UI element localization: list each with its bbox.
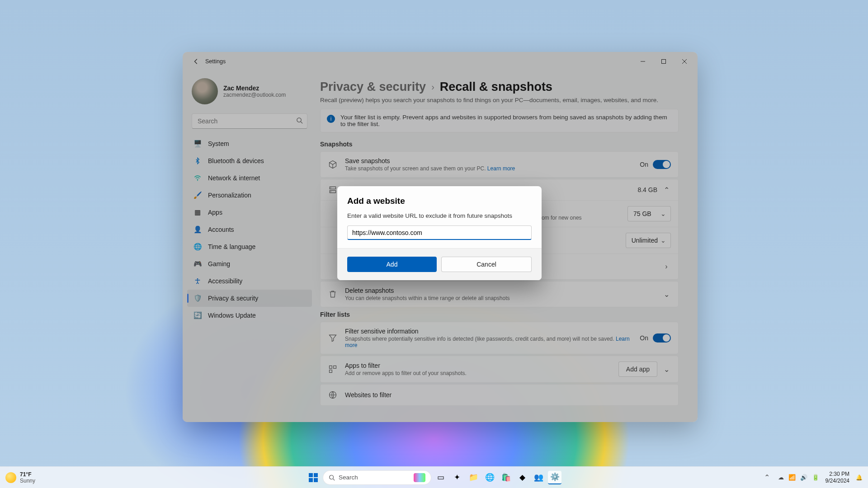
dialog-description: Enter a valid website URL to exclude it …: [347, 212, 532, 219]
weather-widget[interactable]: 71°F Sunny: [5, 471, 35, 484]
add-button[interactable]: Add: [347, 257, 437, 272]
dialog-title: Add a website: [347, 196, 532, 206]
search-icon: [329, 474, 335, 481]
notifications-icon[interactable]: 🔔: [856, 474, 863, 481]
onedrive-icon[interactable]: ☁: [778, 474, 784, 481]
date: 9/24/2024: [826, 478, 849, 484]
settings-taskbar-icon[interactable]: ⚙️: [548, 471, 561, 484]
sun-icon: [5, 472, 16, 483]
taskbar-search[interactable]: Search: [323, 470, 431, 485]
cancel-button[interactable]: Cancel: [441, 257, 532, 272]
task-view-icon[interactable]: ▭: [434, 471, 448, 484]
weather-cond: Sunny: [20, 478, 35, 484]
taskbar-search-placeholder: Search: [339, 474, 358, 481]
svg-line-13: [333, 479, 335, 480]
time: 2:30 PM: [826, 471, 849, 477]
search-art-icon: [414, 473, 425, 482]
app-icon[interactable]: ◆: [515, 471, 529, 484]
wifi-icon[interactable]: 📶: [788, 474, 796, 481]
start-button[interactable]: [307, 471, 320, 484]
svg-point-12: [330, 475, 334, 479]
volume-icon[interactable]: 🔊: [800, 474, 807, 481]
explorer-icon[interactable]: 📁: [467, 471, 480, 484]
edge-icon[interactable]: 🌐: [483, 471, 496, 484]
weather-temp: 71°F: [20, 471, 35, 478]
taskbar: 71°F Sunny Search ▭ ✦ 📁 🌐 🛍️ ◆ 👥 ⚙️ ⌃ ☁ …: [0, 466, 868, 488]
tray-overflow-icon[interactable]: ⌃: [763, 473, 772, 482]
store-icon[interactable]: 🛍️: [499, 471, 513, 484]
copilot-icon[interactable]: ✦: [450, 471, 464, 484]
battery-icon[interactable]: 🔋: [812, 474, 819, 481]
website-url-input[interactable]: [347, 225, 532, 240]
system-tray[interactable]: ☁ 📶 🔊 🔋: [778, 474, 819, 481]
teams-icon[interactable]: 👥: [532, 471, 545, 484]
add-website-dialog: Add a website Enter a valid website URL …: [337, 186, 542, 280]
clock[interactable]: 2:30 PM 9/24/2024: [826, 471, 849, 484]
